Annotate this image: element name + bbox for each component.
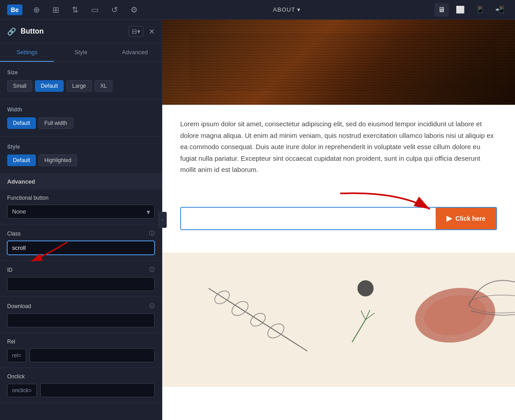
functional-button-header: Functional button <box>7 195 155 201</box>
download-input[interactable] <box>7 313 155 327</box>
class-info-icon[interactable]: ⓘ <box>149 230 155 237</box>
sidebar-tabs: Settings Style Advanced <box>0 43 162 62</box>
functional-button-field: Functional button None ▾ <box>0 189 162 224</box>
class-input[interactable] <box>7 241 155 255</box>
expand-button[interactable]: ⊟▾ <box>129 26 143 37</box>
class-field-header: Class ⓘ <box>7 230 155 237</box>
sidebar-header-actions: ⊟▾ ✕ <box>129 26 155 37</box>
top-toolbar: Be ⊕ ⊞ ⇅ ▭ ↺ ⚙ ABOUT ▾ 🖥 ⬜ 📱 📲 <box>0 0 515 20</box>
rel-row: rel= <box>7 348 155 362</box>
canvas-arrow-annotation <box>318 189 452 216</box>
id-input[interactable] <box>7 277 155 291</box>
download-label: Download <box>7 303 31 309</box>
size-default-button[interactable]: Default <box>35 80 64 92</box>
download-field-group: Download ⓘ <box>0 297 162 333</box>
onclick-prefix: onclick= <box>7 384 37 397</box>
svg-line-12 <box>361 311 366 320</box>
width-options: Default Full width <box>7 117 155 129</box>
sidebar: 🔗 Button ⊟▾ ✕ Settings Style Advanced Si… <box>0 20 162 420</box>
toolbar-center: ABOUT ▾ <box>273 6 301 13</box>
button-icon: 🔗 <box>7 27 16 36</box>
toolbar-left: Be ⊕ ⊞ ⇅ ▭ ↺ ⚙ <box>7 3 139 17</box>
svg-point-8 <box>364 285 369 290</box>
be-logo[interactable]: Be <box>7 4 22 15</box>
functional-button-select[interactable]: None <box>7 205 155 219</box>
food-illustration <box>162 253 515 387</box>
size-label: Size <box>7 69 155 76</box>
mobile-view-button[interactable]: 📱 <box>472 3 488 17</box>
tab-style[interactable]: Style <box>54 43 108 62</box>
class-field-group: Class ⓘ <box>0 224 162 261</box>
onclick-label: Onclick <box>7 373 25 380</box>
collapse-toggle-button[interactable]: ‹ <box>159 212 167 228</box>
advanced-section-header: Advanced <box>0 174 162 189</box>
style-default-button[interactable]: Default <box>7 154 36 166</box>
style-label: Style <box>7 144 155 150</box>
rel-field-group: Rel rel= <box>0 333 162 368</box>
onclick-row: onclick= <box>7 383 155 397</box>
about-label: ABOUT <box>273 6 295 13</box>
tablet-view-button[interactable]: ⬜ <box>452 3 468 17</box>
canvas-area: Lorem ipsum dolor sit amet, consectetur … <box>162 20 515 420</box>
style-section: Style Default Highlighted <box>0 137 162 174</box>
desktop-view-button[interactable]: 🖥 <box>434 3 449 17</box>
sidebar-title: Button <box>21 27 124 35</box>
svg-line-11 <box>352 320 366 342</box>
main-layout: 🔗 Button ⊟▾ ✕ Settings Style Advanced Si… <box>0 20 515 420</box>
id-label: ID <box>7 267 13 273</box>
rel-prefix: rel= <box>7 349 26 362</box>
size-xl-button[interactable]: XL <box>95 80 113 92</box>
rel-input[interactable] <box>30 348 155 362</box>
width-label: Width <box>7 107 155 113</box>
class-label: Class <box>7 231 21 237</box>
rel-label: Rel <box>7 339 15 345</box>
size-large-button[interactable]: Large <box>66 80 92 92</box>
wood-image <box>162 20 515 105</box>
id-field-header: ID ⓘ <box>7 266 155 274</box>
settings-icon[interactable]: ⚙ <box>129 3 139 17</box>
size-small-button[interactable]: Small <box>7 80 32 92</box>
onclick-field-header: Onclick <box>7 373 155 380</box>
functional-button-select-wrapper: None ▾ <box>7 205 155 219</box>
download-field-header: Download ⓘ <box>7 302 155 310</box>
tab-advanced[interactable]: Advanced <box>108 43 162 62</box>
toolbar-right: 🖥 ⬜ 📱 📲 <box>434 3 508 17</box>
id-info-icon[interactable]: ⓘ <box>149 266 155 274</box>
width-section: Width Default Full width <box>0 99 162 137</box>
about-chevron: ▾ <box>297 6 301 13</box>
canvas-text-section: Lorem ipsum dolor sit amet, consectetur … <box>162 105 515 253</box>
button-label: Click here <box>455 215 485 222</box>
size-section: Size Small Default Large XL <box>0 62 162 99</box>
undo-icon[interactable]: ↺ <box>109 3 120 17</box>
sort-icon[interactable]: ⇅ <box>70 3 80 17</box>
style-highlighted-button[interactable]: Highlighted <box>39 154 77 166</box>
onclick-field-group: Onclick onclick= <box>0 368 162 403</box>
id-field-group: ID ⓘ <box>0 261 162 297</box>
food-section <box>162 253 515 387</box>
body-text: Lorem ipsum dolor sit amet, consectetur … <box>180 118 497 176</box>
advanced-label: Advanced <box>7 178 35 185</box>
arrow-section <box>180 189 497 216</box>
style-options: Default Highlighted <box>7 154 155 166</box>
svg-line-2 <box>209 288 307 351</box>
functional-button-label: Functional button <box>7 195 48 201</box>
close-button[interactable]: ✕ <box>149 27 155 36</box>
download-info-icon[interactable]: ⓘ <box>149 302 155 310</box>
add-icon[interactable]: ⊕ <box>31 3 42 17</box>
size-options: Small Default Large XL <box>7 80 155 92</box>
about-button[interactable]: ABOUT ▾ <box>273 6 301 13</box>
sidebar-header: 🔗 Button ⊟▾ ✕ <box>0 20 162 43</box>
canvas-content: Lorem ipsum dolor sit amet, consectetur … <box>162 20 515 420</box>
width-default-button[interactable]: Default <box>7 117 36 129</box>
width-full-button[interactable]: Full width <box>39 117 73 129</box>
onclick-input[interactable] <box>40 383 155 397</box>
preview-icon[interactable]: ▭ <box>89 3 100 17</box>
rel-field-header: Rel <box>7 339 155 345</box>
layout-icon[interactable]: ⊞ <box>51 3 61 17</box>
tab-settings[interactable]: Settings <box>0 43 54 62</box>
small-mobile-view-button[interactable]: 📲 <box>492 3 508 17</box>
